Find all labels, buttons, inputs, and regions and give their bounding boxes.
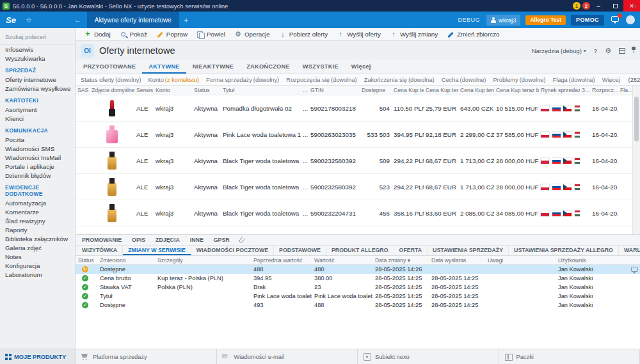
detail-tab-top[interactable]: GPSR xyxy=(209,235,235,245)
col-price-huf[interactable]: Cena Kup teraz br... xyxy=(494,87,539,93)
scrollbar-thumb[interactable] xyxy=(634,97,639,141)
sidebar-item[interactable]: Wiadomości InsMail xyxy=(0,153,75,162)
toolbar-button[interactable]: Zmień zbiorczo xyxy=(442,28,504,41)
view-tab[interactable]: Więcej xyxy=(345,60,378,74)
toolbar-button[interactable]: Popraw xyxy=(152,28,192,41)
view-tab[interactable]: ZAKOŃCZONE xyxy=(240,60,296,74)
col-previous-value[interactable]: Poprzednia wartość xyxy=(251,257,312,264)
filter-item[interactable]: Więcej xyxy=(602,77,621,83)
statusbar-segment[interactable]: Subiekt nexo xyxy=(358,349,499,364)
app-tab-active[interactable]: Aktywne oferty internetowe xyxy=(87,12,179,28)
detail-tab-top[interactable]: ZDJĘCIA xyxy=(150,235,185,245)
sidebar-item[interactable]: Notes xyxy=(0,252,75,261)
detail-tab-top[interactable]: INNE xyxy=(185,235,209,245)
pin-icon[interactable] xyxy=(633,49,635,52)
notifications-button[interactable] xyxy=(611,15,621,25)
notification-badge-red[interactable]: 2 xyxy=(582,2,590,10)
col-price-czk[interactable]: Cena Kup tera... xyxy=(458,87,494,93)
sidebar-item[interactable]: Infoserwis xyxy=(0,45,75,54)
offer-row[interactable]: ALE wkraj3 Aktywna Pomadka długotrwała 0… xyxy=(76,95,640,122)
col-3[interactable]: 3... xyxy=(580,87,590,93)
detail-tab[interactable]: OFERTA xyxy=(394,246,428,255)
sidebar-item[interactable]: Poczta xyxy=(0,135,75,144)
gear-icon[interactable]: ⚙ xyxy=(605,47,611,55)
change-row[interactable]: Tytuł Pink Lace woda toaletowa... Pink L… xyxy=(76,292,640,301)
sidebar-item[interactable]: Komentarze xyxy=(0,207,75,216)
sidebar-item[interactable]: Raporty xyxy=(0,225,75,234)
change-row[interactable]: Dostępne 493 488 28-05-2025 14:25 28-05-… xyxy=(76,301,640,310)
sidebar-item[interactable]: Oferty internetowe xyxy=(0,75,75,84)
sidebar-item[interactable]: Wyszukiwarka xyxy=(0,54,75,63)
col-more[interactable]: ... xyxy=(301,87,308,93)
sidebar-item[interactable]: Biblioteka załączników xyxy=(0,234,75,243)
minimize-button[interactable]: – xyxy=(590,0,607,12)
filter-item[interactable]: Forma sprzedaży(dowolny) xyxy=(206,77,279,83)
col-price-pln[interactable]: Cena Kup te... xyxy=(392,87,424,93)
toolbar-button[interactable]: Pobierz oferty xyxy=(275,28,332,41)
filter-item[interactable]: Zakończenia się(dowolna) xyxy=(364,77,435,83)
sidebar-item[interactable]: Portale i aplikacje xyxy=(0,162,75,171)
statusbar-segment[interactable]: Platforma sprzedaży xyxy=(76,349,217,364)
col-changed[interactable]: Zmieniono xyxy=(97,257,155,264)
toolbar-button[interactable]: Pokaż xyxy=(115,28,152,41)
avatar[interactable] xyxy=(626,15,635,24)
sidebar-item[interactable]: Ślad rewizyjny xyxy=(0,216,75,225)
col-details[interactable]: Szczegóły xyxy=(155,257,251,264)
change-row[interactable]: Stawka VAT Polska (PLN) Brak 23 28-05-20… xyxy=(76,283,640,292)
sello-logo[interactable]: Se xyxy=(0,15,22,25)
col-change-status[interactable]: Status xyxy=(76,257,97,264)
zoom-corner-control[interactable]: -/+ xyxy=(630,3,637,10)
detail-tab[interactable]: PODSTAWOWE xyxy=(274,246,326,255)
sidebar-item[interactable]: Konfiguracja xyxy=(0,261,75,270)
maximize-button[interactable] xyxy=(607,0,623,12)
comments-icon[interactable] xyxy=(631,267,638,272)
col-change-date[interactable]: Data zmiany ▾ xyxy=(372,257,429,264)
filter-item[interactable]: Cecha(dowolne) xyxy=(442,77,486,83)
allegro-test-badge[interactable]: Allegro Test xyxy=(525,15,566,25)
view-tab[interactable]: NIEAKTYWNE xyxy=(186,60,241,74)
sidebar-item[interactable]: Laboratorium xyxy=(0,270,75,279)
command-search-input[interactable]: Szukaj poleceń xyxy=(0,28,75,45)
tools-debug-menu[interactable]: Narzędzia (debug) ▾ xyxy=(532,47,586,54)
col-service[interactable]: Serwis xyxy=(134,87,154,93)
col-gtin[interactable]: GTIN xyxy=(308,87,360,93)
filter-item[interactable]: Konto(z kontekstu) xyxy=(148,77,200,83)
offer-row[interactable]: ALE wkraj3 Aktywna Pink Lace woda toalet… xyxy=(76,122,640,148)
sidebar-item[interactable]: Dziennik błędów xyxy=(0,171,75,180)
col-available[interactable]: Dostępne xyxy=(360,87,392,93)
sidebar-item[interactable]: Wiadomości SMS xyxy=(0,144,75,153)
account-button[interactable]: wkraj3 xyxy=(486,15,520,26)
detail-tab-top[interactable]: OPIS xyxy=(127,235,150,245)
notification-badge-yellow[interactable]: 1 xyxy=(573,2,580,10)
statusbar-segment[interactable]: Paczki xyxy=(499,349,640,364)
vertical-scrollbar[interactable] xyxy=(632,86,640,234)
col-status[interactable]: Status xyxy=(192,87,221,93)
col-sas[interactable]: SAS xyxy=(76,87,90,93)
detail-tab[interactable]: WIZYTÓWKA xyxy=(77,246,123,255)
col-price-eur[interactable]: Cena Kup tera... xyxy=(424,87,458,93)
col-image[interactable]: Zdjęcie domyślne xyxy=(90,87,134,93)
paperclip-icon[interactable] xyxy=(238,236,245,244)
offer-row[interactable]: ALE wkraj3 Aktywna Black Tiger woda toal… xyxy=(76,174,640,200)
filter-item[interactable]: Flaga(dowolna) xyxy=(553,77,595,83)
sidebar-item[interactable]: Asortyment xyxy=(0,105,75,114)
detail-tab[interactable]: WIADOMOŚCI POCZTOWE xyxy=(191,246,274,255)
help-button[interactable]: POMOC xyxy=(571,15,604,26)
detail-tab[interactable]: USTAWIENIA SPRZEDAŻY xyxy=(428,246,509,255)
back-arrow-icon[interactable]: ← xyxy=(69,15,87,24)
sidebar-item[interactable]: Galeria zdjęć xyxy=(0,243,75,252)
help-icon[interactable]: ? xyxy=(594,47,597,54)
col-account[interactable]: Konto xyxy=(154,87,192,93)
col-start[interactable]: Rozpocz... xyxy=(590,87,618,93)
sidebar-item[interactable]: Zamówienia wysyłkowe xyxy=(0,84,75,93)
detail-tab[interactable]: WARUNKI OFERTY xyxy=(619,246,640,255)
col-value[interactable]: Wartość xyxy=(312,257,372,264)
detail-tab[interactable]: PRODUKT ALLEGRO xyxy=(326,246,394,255)
offer-row[interactable]: ALE wkraj3 Aktywna Black Tiger woda toal… xyxy=(76,200,640,226)
view-tab[interactable]: WSZYSTKIE xyxy=(296,60,345,74)
col-sent-date[interactable]: Data wysłania xyxy=(429,257,485,264)
detail-tab[interactable]: ZMIANY W SERWISIE xyxy=(123,246,191,255)
change-row[interactable]: Cena brutto Kup teraz - Polska (PLN) 394… xyxy=(76,274,640,283)
view-tab[interactable]: AKTYWNE xyxy=(142,60,186,74)
change-row[interactable]: Dostępne 488 480 28-05-2025 14:26 Jan Ko… xyxy=(76,265,640,274)
